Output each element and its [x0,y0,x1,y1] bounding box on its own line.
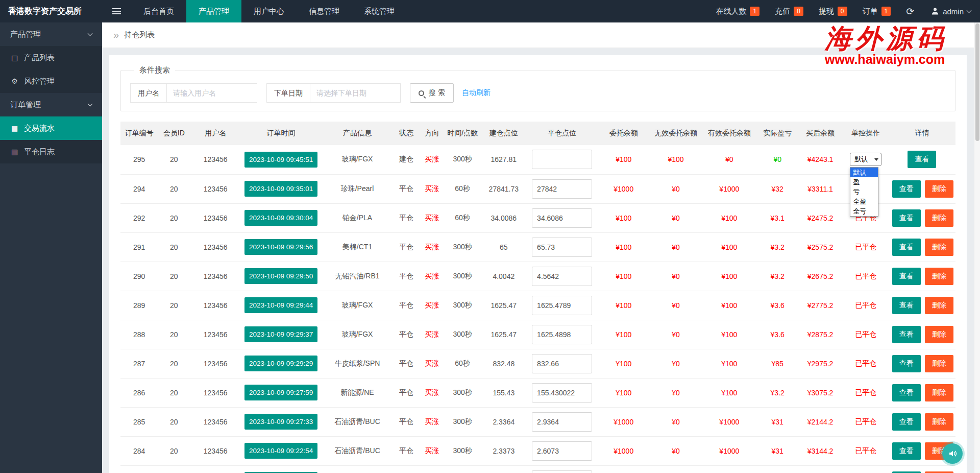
cell-valid-entrust-value: ¥100 [721,330,737,339]
nav-item-home[interactable]: 后台首页 [131,0,186,22]
close-point-input[interactable] [532,441,592,461]
cell-invalid-entrust: ¥0 [650,174,701,203]
cell-invalid-entrust: ¥0 [650,232,701,262]
delete-button[interactable]: 删除 [925,180,953,198]
cell-invalid-entrust-value: ¥0 [672,301,680,310]
cell-balance: ¥2775.2 [798,291,843,320]
nav-item-users[interactable]: 用户中心 [241,0,297,22]
delete-button[interactable]: 删除 [925,413,953,431]
cell-entrust-value: ¥1000 [614,185,633,193]
cell-member-id: 20 [158,349,190,378]
sidebar-item-trade-flow[interactable]: ▦交易流水 [0,116,102,140]
cell-valid-entrust: ¥100 [701,320,757,349]
sidebar-item-product-list[interactable]: ▤产品列表 [0,46,102,69]
cell-valid-entrust-value: ¥1000 [719,418,739,426]
cell-direction-value: 买涨 [425,155,439,163]
select-option[interactable]: 亏 [850,187,878,197]
cell-balance-value: ¥4243.1 [807,155,834,163]
view-button[interactable]: 查看 [892,413,921,431]
cell-status: 平仓 [394,465,419,473]
close-point-input[interactable] [532,179,592,199]
audio-float-button[interactable] [942,443,963,464]
date-input[interactable] [310,83,401,103]
cell-status: 建仓 [394,145,419,174]
cell-profit: ¥3.6 [757,320,798,349]
view-button[interactable]: 查看 [892,355,921,372]
close-point-input[interactable] [532,267,592,286]
sidebar-group-order-mgmt[interactable]: 订单管理 [0,93,102,116]
close-point-input[interactable] [532,296,592,315]
cell-close-point [527,203,597,232]
user-icon [931,7,939,15]
view-button[interactable]: 查看 [892,209,921,227]
sidebar-item-close-log[interactable]: ▥平仓日志 [0,140,102,163]
cell-valid-entrust-value: ¥100 [721,389,737,397]
select-option[interactable]: 默认 [850,168,878,177]
select-option[interactable]: 盈 [850,177,878,187]
delete-button[interactable]: 删除 [925,355,953,372]
close-point-input[interactable] [532,208,592,228]
nav-stat-online[interactable]: 在线人数1 [708,7,767,16]
scrollbar[interactable] [974,22,980,473]
view-button[interactable]: 查看 [892,384,921,401]
control-select-box[interactable]: 默认 [850,153,881,166]
control-select[interactable]: 默认默认盈亏全盈全亏 [850,153,881,166]
view-button[interactable]: 查看 [892,442,921,460]
delete-button[interactable]: 删除 [925,209,953,227]
order-time-badge: 2023-10-09 09:22:54 [244,443,317,459]
delete-button[interactable]: 删除 [925,471,953,473]
delete-button[interactable]: 删除 [925,297,953,314]
select-option[interactable]: 全亏 [850,206,878,216]
cell-profit-value: ¥3.6 [771,330,785,339]
select-option[interactable]: 全盈 [850,197,878,206]
view-button[interactable]: 查看 [908,151,936,168]
cell-detail: 查看删除 [889,203,955,232]
cell-balance: ¥3144.2 [798,436,843,465]
delete-button[interactable]: 删除 [925,268,953,285]
view-button[interactable]: 查看 [892,326,921,343]
cell-order-time: 2023-10-09 09:30:04 [241,203,321,232]
cell-detail: 查看删除 [889,174,955,203]
view-button[interactable]: 查看 [892,471,921,473]
cell-order-id: 290 [120,262,158,291]
cell-invalid-entrust-value: ¥0 [672,214,680,222]
nav-stat-recharge[interactable]: 充值0 [767,7,811,16]
delete-button[interactable]: 删除 [925,239,953,256]
scrollbar-thumb[interactable] [975,23,979,141]
delete-button[interactable]: 删除 [925,384,953,401]
order-time-badge: 2023-10-09 09:29:50 [244,268,317,284]
order-time-badge: 2023-10-09 09:35:01 [244,181,317,197]
sidebar-group-product-mgmt[interactable]: 产品管理 [0,22,102,46]
cell-status: 平仓 [394,262,419,291]
view-button[interactable]: 查看 [892,239,921,256]
cell-entrust-value: ¥100 [616,272,631,280]
auto-refresh-link[interactable]: 自动刷新 [462,88,491,98]
nav-item-info[interactable]: 信息管理 [297,0,352,22]
sidebar-item-risk-mgmt[interactable]: ⚙风控管理 [0,69,102,93]
view-button[interactable]: 查看 [892,297,921,314]
close-point-input[interactable] [532,354,592,373]
nav-item-products[interactable]: 产品管理 [186,0,241,22]
nav-stat-orders[interactable]: 订单1 [855,7,899,16]
delete-button[interactable]: 删除 [925,326,953,343]
admin-menu[interactable]: admin [922,7,980,16]
refresh-icon[interactable]: ⟳ [898,6,922,17]
close-point-input[interactable] [532,325,592,344]
nav-item-system[interactable]: 系统管理 [352,0,407,22]
close-point-input[interactable] [532,412,592,432]
close-point-input[interactable] [532,470,592,473]
view-button[interactable]: 查看 [892,180,921,198]
username-input[interactable] [166,83,257,103]
cell-product: 牛皮纸浆/SPN [321,349,394,378]
search-button[interactable]: 搜 索 [410,83,454,103]
close-point-input[interactable] [532,383,592,403]
cell-open-point: 4.0042 [480,262,527,291]
view-button[interactable]: 查看 [892,268,921,285]
cell-product: 石油沥青/BUC [321,407,394,436]
close-point-input[interactable] [532,150,592,169]
hamburger-icon[interactable] [102,0,131,22]
cell-valid-entrust: ¥100 [701,378,757,407]
close-point-input[interactable] [532,238,592,257]
nav-stat-withdraw[interactable]: 提现0 [811,7,855,16]
cell-valid-entrust: ¥100 [701,349,757,378]
